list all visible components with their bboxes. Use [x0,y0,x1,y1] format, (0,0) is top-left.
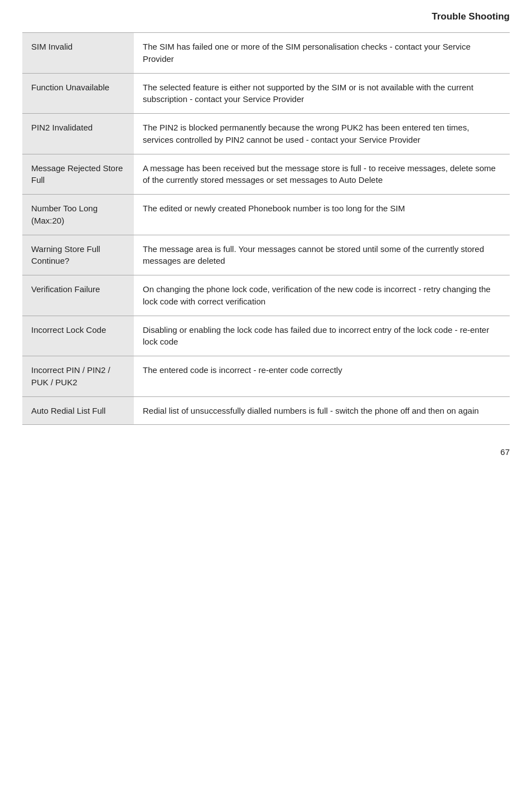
table-row: SIM InvalidThe SIM has failed one or mor… [22,33,510,74]
table-row: Auto Redial List FullRedial list of unsu… [22,396,510,425]
term-cell: Message Rejected Store Full [22,154,134,195]
description-cell: The PIN2 is blocked permanently because … [134,114,510,154]
description-cell: The selected feature is either not suppo… [134,73,510,114]
term-cell: Number Too Long (Max:20) [22,195,134,235]
term-cell: Incorrect Lock Code [22,316,134,356]
description-cell: Redial list of unsuccessfully dialled nu… [134,396,510,425]
term-cell: Verification Failure [22,275,134,316]
table-row: Function UnavailableThe selected feature… [22,73,510,114]
description-cell: The message area is full. Your messages … [134,235,510,275]
description-cell: The edited or newly created Phonebook nu… [134,195,510,235]
table-row: Warning Store Full Continue?The message … [22,235,510,275]
term-cell: Auto Redial List Full [22,396,134,425]
description-cell: Disabling or enabling the lock code has … [134,316,510,356]
term-cell: SIM Invalid [22,33,134,74]
page-number: 67 [22,447,510,457]
page-header: Trouble Shooting [22,11,510,22]
term-cell: Incorrect PIN / PIN2 / PUK / PUK2 [22,356,134,397]
description-cell: The SIM has failed one or more of the SI… [134,33,510,74]
table-row: PIN2 InvalidatedThe PIN2 is blocked perm… [22,114,510,154]
description-cell: The entered code is incorrect - re-enter… [134,356,510,397]
term-cell: Function Unavailable [22,73,134,114]
trouble-shooting-table: SIM InvalidThe SIM has failed one or mor… [22,32,510,425]
table-row: Incorrect PIN / PIN2 / PUK / PUK2The ent… [22,356,510,397]
description-cell: A message has been received but the mess… [134,154,510,195]
term-cell: Warning Store Full Continue? [22,235,134,275]
table-row: Verification FailureOn changing the phon… [22,275,510,316]
table-row: Message Rejected Store FullA message has… [22,154,510,195]
table-row: Incorrect Lock CodeDisabling or enabling… [22,316,510,356]
term-cell: PIN2 Invalidated [22,114,134,154]
header-title: Trouble Shooting [432,11,510,22]
description-cell: On changing the phone lock code, verific… [134,275,510,316]
table-row: Number Too Long (Max:20)The edited or ne… [22,195,510,235]
